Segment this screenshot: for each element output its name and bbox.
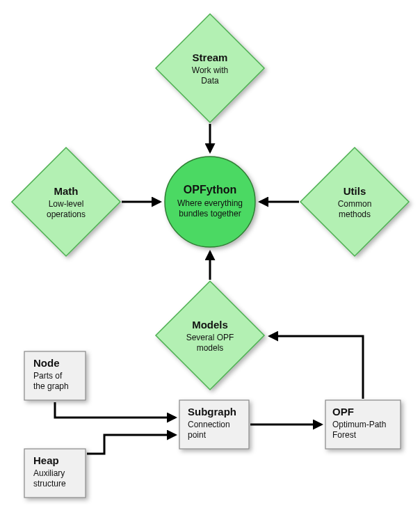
center-subtitle-line1: Where everything — [177, 198, 243, 208]
node-title: Node — [33, 357, 60, 369]
math-sub2: operations — [47, 209, 86, 219]
models-title: Models — [192, 319, 228, 331]
heap-sub1: Auxiliary — [33, 468, 65, 478]
stream-sub1: Work with — [192, 65, 228, 75]
math-sub1: Low-level — [49, 199, 84, 209]
opf-sub2: Forest — [332, 430, 357, 440]
diagram-canvas: OPFython Where everything bundles togeth… — [0, 0, 420, 508]
math-title: Math — [54, 185, 79, 197]
arrow-heap-to-subgraph — [87, 435, 175, 454]
arrow-node-to-subgraph — [55, 402, 175, 418]
models-sub2: models — [197, 343, 224, 353]
subgraph-title: Subgraph — [188, 406, 236, 418]
subgraph-sub2: point — [188, 430, 207, 440]
center-subtitle-line2: bundles together — [179, 209, 241, 219]
stream-title: Stream — [193, 51, 228, 63]
heap-sub2: structure — [33, 479, 66, 489]
heap-title: Heap — [33, 454, 59, 466]
arrow-opf-to-models — [270, 336, 363, 399]
opf-sub1: Optimum-Path — [332, 420, 386, 429]
node-sub1: Parts of — [33, 371, 63, 381]
node-sub2: the graph — [33, 381, 69, 391]
stream-sub2: Data — [201, 76, 219, 86]
utils-sub2: methods — [339, 209, 371, 219]
utils-title: Utils — [344, 185, 366, 197]
opf-title: OPF — [332, 406, 354, 418]
models-sub1: Several OPF — [186, 333, 234, 342]
utils-sub1: Common — [338, 199, 372, 209]
center-title: OPFython — [184, 184, 236, 196]
subgraph-sub1: Connection — [188, 420, 230, 429]
